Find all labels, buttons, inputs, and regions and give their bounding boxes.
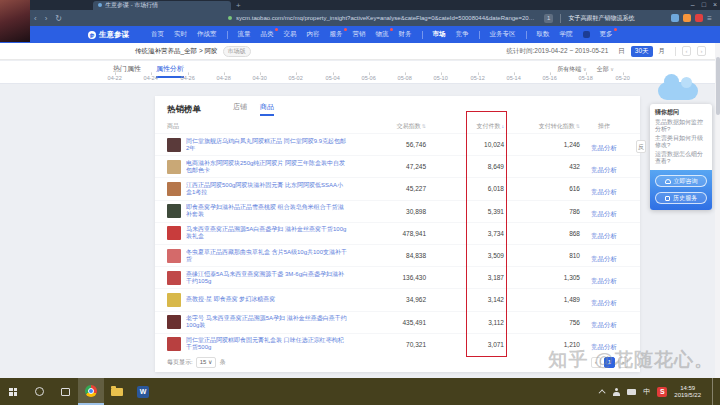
- tray-expand-icon[interactable]: [599, 389, 606, 396]
- new-tab-button[interactable]: +: [236, 1, 241, 10]
- nav-item[interactable]: 业务专区: [490, 30, 516, 39]
- widget-button[interactable]: 立即咨询: [655, 175, 707, 187]
- faq-question[interactable]: 主营类目如何升级修改?: [655, 135, 707, 148]
- nav-item[interactable]: 服务: [330, 30, 343, 39]
- browser-menu-icon[interactable]: ≡: [707, 14, 712, 23]
- product-name-link[interactable]: 燕缘江恒泰5A马来西亚燕窝溯源干盏 3M-6g白燕盏孕妇滋补干约105g: [186, 271, 356, 285]
- back-button[interactable]: ‹: [34, 14, 37, 23]
- word-taskbar-button[interactable]: W: [130, 378, 156, 405]
- nav-item[interactable]: 流量: [238, 30, 251, 39]
- panel-tab[interactable]: 店铺: [233, 102, 247, 116]
- product-thumbnail[interactable]: [167, 249, 181, 263]
- start-button[interactable]: [0, 378, 26, 405]
- date-range-option[interactable]: 日: [614, 46, 629, 57]
- product-thumbnail[interactable]: [167, 138, 181, 152]
- minimize-button[interactable]: –: [691, 0, 695, 10]
- sycm-brand[interactable]: 参 生意参谋: [88, 30, 129, 40]
- timeline-date[interactable]: 05-06: [361, 72, 375, 80]
- date-range-option[interactable]: 30天: [631, 46, 653, 57]
- product-name-link[interactable]: 燕教授·星 即食燕窝 梦幻冰糖燕窝: [186, 296, 356, 303]
- task-view-button[interactable]: [52, 378, 78, 405]
- tray-folder-icon[interactable]: [627, 389, 636, 395]
- chrome-taskbar-button[interactable]: [78, 378, 104, 405]
- nav-item[interactable]: 交易: [284, 30, 297, 39]
- product-thumbnail[interactable]: [167, 182, 181, 196]
- forward-button[interactable]: ›: [45, 14, 48, 23]
- timeline-date[interactable]: 05-04: [325, 72, 339, 80]
- sogou-icon[interactable]: S: [657, 387, 667, 397]
- product-thumbnail[interactable]: [167, 226, 181, 240]
- taskbar-clock[interactable]: 14:59 2019/5/22: [674, 385, 701, 399]
- competitor-analysis-link[interactable]: 竞品分析: [591, 321, 617, 328]
- competitor-analysis-link[interactable]: 竞品分析: [591, 255, 617, 262]
- nav-item[interactable]: 竞争: [456, 30, 469, 39]
- nav-item[interactable]: 学院: [560, 30, 573, 39]
- close-button[interactable]: ×: [713, 0, 717, 10]
- faq-question[interactable]: 竞品数据如何监控分析?: [655, 119, 707, 132]
- ime-indicator[interactable]: 中: [643, 387, 650, 397]
- nav-item[interactable]: 取数: [537, 30, 550, 39]
- range-next-button[interactable]: ›: [697, 46, 706, 56]
- file-explorer-button[interactable]: [104, 378, 130, 405]
- competitor-analysis-link[interactable]: 竞品分析: [591, 277, 617, 284]
- page-scrollbar[interactable]: [715, 43, 720, 378]
- nav-item[interactable]: 更多: [600, 30, 613, 39]
- browser-tab[interactable]: 生意参谋 - 市场行情: [93, 1, 231, 10]
- nav-item[interactable]: 内容: [307, 30, 320, 39]
- cortana-button[interactable]: [26, 378, 52, 405]
- timeline-date[interactable]: 05-10: [434, 72, 448, 80]
- product-name-link[interactable]: 江西正品阿胶500g阿胶块滋补固元膏 比东阿阿胶低SSAA小盒1考拉: [186, 182, 356, 196]
- column-header-paid-units[interactable]: 支付件数↓: [426, 122, 504, 131]
- extension-icon[interactable]: [695, 14, 703, 22]
- timeline-date[interactable]: 05-20: [615, 72, 629, 80]
- timeline-date[interactable]: 04-22: [108, 72, 122, 80]
- competitor-analysis-link[interactable]: 竞品分析: [591, 166, 617, 173]
- panel-tab[interactable]: 商品: [260, 102, 274, 116]
- timeline-date[interactable]: 04-24: [144, 72, 158, 80]
- timeline-date[interactable]: 05-02: [289, 72, 303, 80]
- timeline-date[interactable]: 04-28: [216, 72, 230, 80]
- timeline-date[interactable]: 05-14: [506, 72, 520, 80]
- timeline-date[interactable]: 05-18: [579, 72, 593, 80]
- timeline-date[interactable]: 05-08: [398, 72, 412, 80]
- nav-item[interactable]: 实时: [174, 30, 187, 39]
- column-header-conversion[interactable]: 支付转化指数⇅: [504, 122, 580, 131]
- product-thumbnail[interactable]: [167, 293, 181, 307]
- faq-question[interactable]: 运营数据怎么细分查看?: [655, 151, 707, 164]
- product-name-link[interactable]: 同仁堂旗舰店乌鸡白凤丸阿胶糕正品 同仁堂阿胶9.9克起包邮2年: [186, 138, 356, 152]
- product-name-link[interactable]: 即食燕窝孕妇滋补品正品雪燕桃胶 组合装皂角米组合干货滋补套装: [186, 204, 356, 218]
- extension-icon[interactable]: [671, 14, 679, 22]
- column-header-product[interactable]: 商品: [167, 122, 356, 131]
- competitor-analysis-link[interactable]: 竞品分析: [591, 188, 617, 195]
- competitor-analysis-link[interactable]: 竞品分析: [591, 232, 617, 239]
- product-name-link[interactable]: 冬虫夏草正品西藏那曲虫草礼盒 含片5A级10g共100支滋补干货: [186, 249, 356, 263]
- product-thumbnail[interactable]: [167, 315, 181, 329]
- product-name-link[interactable]: 同仁堂正品阿胶糕即食固元膏礼盒装 口味任选正宗红枣枸杞干货500g: [186, 337, 356, 351]
- competitor-analysis-link[interactable]: 竞品分析: [591, 210, 617, 217]
- nav-item[interactable]: 物流: [376, 30, 389, 39]
- reload-button[interactable]: ↻: [55, 14, 62, 23]
- date-range-option[interactable]: 月: [655, 46, 670, 57]
- product-name-link[interactable]: 老字号 马来西亚燕窝正品溯源5A孕妇 滋补金丝燕盏白燕干约100g装: [186, 315, 356, 329]
- show-desktop-button[interactable]: [712, 378, 716, 405]
- column-header-trade-index[interactable]: 交易指数⇅: [356, 122, 426, 131]
- timeline-date[interactable]: 04-26: [180, 72, 194, 80]
- cloud-mascot-icon[interactable]: [658, 82, 698, 100]
- nav-item[interactable]: [583, 31, 590, 38]
- widget-button[interactable]: 历史服务: [655, 192, 707, 204]
- tray-person-icon[interactable]: [613, 388, 620, 396]
- competitor-analysis-link[interactable]: 竞品分析: [591, 144, 617, 151]
- breadcrumb[interactable]: 传统滋补营养品_全部 > 阿胶: [135, 47, 218, 56]
- nav-item[interactable]: 首页: [151, 30, 164, 39]
- timeline-date[interactable]: 05-16: [543, 72, 557, 80]
- scrollbar-thumb[interactable]: [716, 57, 720, 115]
- timeline-date[interactable]: 04-30: [253, 72, 267, 80]
- product-thumbnail[interactable]: [167, 271, 181, 285]
- timeline-date[interactable]: 05-12: [470, 72, 484, 80]
- competitor-analysis-link[interactable]: 竞品分析: [591, 299, 617, 306]
- product-thumbnail[interactable]: [167, 204, 181, 218]
- nav-item[interactable]: 营销: [353, 30, 366, 39]
- product-thumbnail[interactable]: [167, 337, 181, 351]
- nav-item[interactable]: 市场: [433, 30, 446, 39]
- nav-item[interactable]: 财务: [399, 30, 412, 39]
